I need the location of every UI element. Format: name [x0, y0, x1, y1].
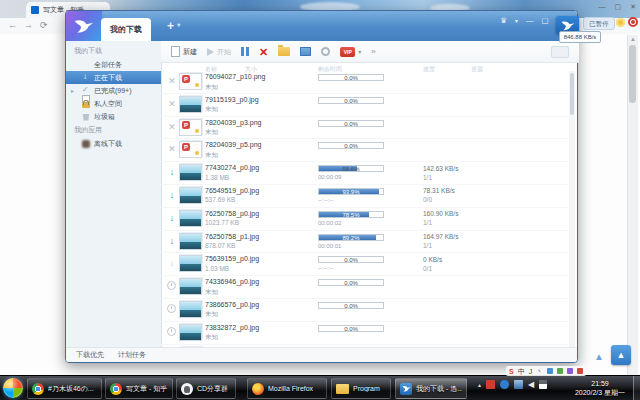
- download-row[interactable]: 78204039_p5.png 未知 0.0%: [161, 139, 573, 162]
- minimize-button[interactable]: —: [526, 16, 534, 26]
- download-row[interactable]: 76549519_p0.jpg 537.69 KB 93.9% --:--:--…: [161, 185, 573, 208]
- sidebar-item-downloading[interactable]: 正在下载: [66, 71, 161, 84]
- progress-percent: 0.0%: [319, 121, 383, 127]
- sidebar-item-all-tasks[interactable]: 全部任务: [66, 58, 161, 71]
- more-tools-icon[interactable]: »: [371, 47, 375, 56]
- vip-crown-icon[interactable]: ♛: [500, 16, 507, 26]
- batch-panel-icon[interactable]: [551, 46, 569, 58]
- sidebar-item-completed[interactable]: 已完成(99+): [66, 84, 161, 97]
- browser-scrollbar[interactable]: ▲: [627, 35, 638, 375]
- row-state-icon[interactable]: [167, 99, 177, 109]
- file-name: 78204039_p3.png: [205, 119, 261, 126]
- row-state-icon[interactable]: [167, 167, 177, 177]
- chevron-down-icon[interactable]: ▾: [177, 22, 180, 28]
- toolbar: 新建 开始 ✕ VIP ▾ »: [161, 41, 579, 63]
- taskbar-chrome1-button[interactable]: #乃木坂46の...: [27, 378, 102, 399]
- row-state-icon[interactable]: [167, 281, 176, 290]
- back-icon[interactable]: ←: [8, 20, 17, 30]
- back-to-top-button[interactable]: ▲: [611, 345, 631, 365]
- download-row[interactable]: 76250758_p0.jpg 1023.77 KB 78.5% 00:00:0…: [161, 208, 573, 231]
- download-row[interactable]: 75639159_p0.jpg 1.03 MB 0.0% --:--:-- 0 …: [161, 253, 573, 276]
- row-state-icon[interactable]: [167, 327, 176, 336]
- browser-minimize-button[interactable]: —: [599, 3, 606, 11]
- new-tab-button[interactable]: + ▾: [167, 19, 180, 33]
- new-task-label: 新建: [183, 47, 197, 57]
- browser-close-button[interactable]: ✕: [630, 3, 636, 11]
- tray-volume-icon[interactable]: ◀: [528, 380, 534, 389]
- start-button[interactable]: 开始: [207, 47, 231, 57]
- new-task-button[interactable]: 新建: [171, 46, 197, 57]
- download-row[interactable]: 77430274_p0.jpg 1.38 MB 58.6% 00:00:09 1…: [161, 162, 573, 185]
- panel-button[interactable]: [300, 47, 311, 56]
- tray-security-icon[interactable]: [486, 380, 495, 389]
- scrollbar-thumb[interactable]: [570, 73, 574, 115]
- refresh-icon[interactable]: ⟳: [40, 20, 48, 30]
- download-row[interactable]: 78204039_p3.png 未知 0.0%: [161, 117, 573, 140]
- tab-my-downloads[interactable]: 我的下载: [101, 18, 151, 41]
- download-speed: 164.97 KB/s: [423, 233, 458, 240]
- download-row[interactable]: 76094027_p10.png 未知 0.0%: [161, 71, 573, 94]
- settings-gear-icon[interactable]: [321, 47, 330, 56]
- taskbar-firefox-button[interactable]: Mozilla Firefox: [247, 378, 327, 399]
- pause-button[interactable]: [241, 47, 249, 56]
- sogou-item[interactable]: J: [529, 367, 533, 376]
- show-desktop-button[interactable]: [633, 376, 640, 400]
- tray-signal-icon[interactable]: [539, 380, 547, 389]
- sogou-logo[interactable]: S: [509, 367, 514, 376]
- scheduled-tasks-link[interactable]: 计划任务: [118, 350, 146, 360]
- notification-icon[interactable]: [616, 18, 625, 27]
- sogou-tool-icon[interactable]: [547, 368, 553, 374]
- maximize-button[interactable]: ▢: [542, 16, 549, 26]
- file-thumbnail: [179, 301, 202, 318]
- file-size: 1023.77 KB: [205, 219, 239, 226]
- scroll-up-icon[interactable]: ▲: [630, 36, 636, 42]
- download-row[interactable]: 73866576_p0.jpg 未知 0.0%: [161, 299, 573, 322]
- sogou-tool-icon[interactable]: [567, 368, 573, 374]
- row-state-icon[interactable]: [167, 122, 177, 132]
- vip-button[interactable]: VIP: [340, 47, 355, 57]
- row-state-icon[interactable]: [167, 144, 177, 154]
- thunder-statusbar: 下载优先 计划任务: [66, 347, 577, 362]
- download-row[interactable]: 79115193_p0.jpg 未知 0.0%: [161, 94, 573, 117]
- sogou-keyboard-icon[interactable]: [577, 368, 583, 374]
- download-row[interactable]: 76250758_p1.jpg 878.07 KB 89.2% 00:00:01…: [161, 231, 573, 254]
- sogou-item[interactable]: 丶: [536, 367, 543, 376]
- forward-icon[interactable]: →: [24, 20, 33, 30]
- row-state-icon[interactable]: [167, 190, 177, 200]
- tray-bluetooth-icon[interactable]: [500, 380, 509, 389]
- chevron-down-icon[interactable]: ▾: [515, 16, 518, 26]
- file-name: 73832872_p0.jpg: [205, 324, 259, 331]
- progress-bar: 93.9%: [318, 188, 384, 195]
- back-to-top-small-icon[interactable]: ▲: [594, 351, 604, 362]
- sogou-mode[interactable]: 中: [518, 367, 525, 376]
- taskbar-folder-button[interactable]: Program: [331, 378, 391, 399]
- row-state-icon[interactable]: [167, 76, 177, 86]
- taskbar-chrome2-button[interactable]: 写文章 - 知乎 _: [105, 378, 173, 399]
- tray-expand-icon[interactable]: ▴: [478, 381, 481, 388]
- scrollbar-thumb[interactable]: [629, 45, 636, 103]
- open-folder-button[interactable]: [278, 47, 290, 56]
- download-row[interactable]: 74336946_p0.jpg 未知 0.0%: [161, 276, 573, 299]
- chevron-down-icon[interactable]: ▾: [358, 48, 361, 55]
- sogou-tool-icon[interactable]: [557, 368, 563, 374]
- row-state-icon[interactable]: [167, 236, 177, 246]
- taskbar-clock[interactable]: 21:59 2020/2/3 星期一: [572, 379, 628, 397]
- taskbar-thunder-button[interactable]: 我的下载 - 迅...: [395, 378, 467, 399]
- sidebar-item-private-space[interactable]: 私人空间: [66, 97, 161, 110]
- sidebar-item-offline-download[interactable]: 离线下载: [66, 137, 161, 150]
- tray-network-icon[interactable]: [514, 380, 523, 389]
- clock-time: 21:59: [572, 379, 628, 388]
- paused-badge[interactable]: 已暂停: [583, 17, 615, 30]
- record-icon[interactable]: [628, 17, 638, 27]
- browser-maximize-button[interactable]: ▢: [615, 3, 622, 11]
- download-row[interactable]: 73832872_p0.jpg 未知 0.0%: [161, 322, 573, 345]
- list-scrollbar[interactable]: [569, 71, 575, 348]
- delete-button[interactable]: ✕: [259, 47, 268, 57]
- download-priority-link[interactable]: 下载优先: [76, 350, 104, 360]
- row-state-icon[interactable]: [167, 258, 177, 268]
- row-state-icon[interactable]: [167, 304, 176, 313]
- taskbar-qq-group-button[interactable]: CD分享群: [176, 378, 236, 399]
- sidebar-item-trash[interactable]: 垃圾箱: [66, 110, 161, 123]
- row-state-icon[interactable]: [167, 213, 177, 223]
- start-button[interactable]: [3, 378, 23, 398]
